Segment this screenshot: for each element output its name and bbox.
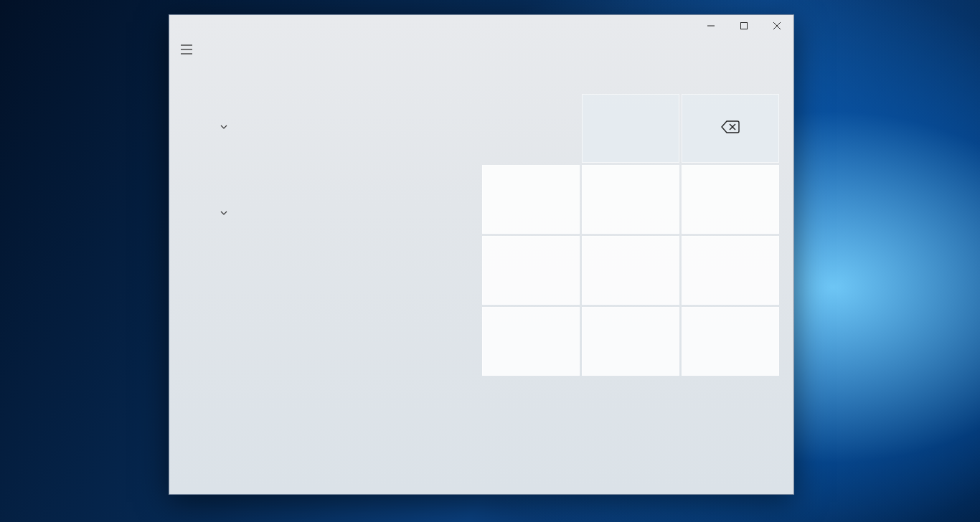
key-5[interactable]: [582, 236, 679, 305]
calculator-window: [169, 14, 794, 495]
from-currency-select[interactable]: [215, 121, 482, 130]
key-8[interactable]: [582, 165, 679, 234]
keypad: [482, 65, 783, 483]
backspace-icon: [721, 120, 740, 137]
key-9[interactable]: [682, 165, 779, 234]
conversion-pane: [184, 65, 482, 483]
title-bar: [169, 15, 793, 37]
key-2[interactable]: [582, 307, 679, 376]
content-body: [169, 65, 793, 494]
key-7[interactable]: [482, 165, 580, 234]
to-currency-select[interactable]: [215, 207, 482, 216]
maximize-button[interactable]: [727, 15, 760, 37]
svg-rect-1: [741, 23, 748, 29]
key-4[interactable]: [482, 236, 580, 305]
key-backspace[interactable]: [682, 94, 779, 163]
chevron-down-icon: [220, 121, 228, 130]
minimize-button[interactable]: [694, 15, 727, 37]
key-1[interactable]: [482, 307, 580, 376]
menu-icon[interactable]: [179, 42, 194, 57]
header: [169, 37, 793, 65]
close-button[interactable]: [760, 15, 793, 37]
chevron-down-icon: [220, 207, 228, 216]
key-empty: [482, 94, 580, 163]
key-clear-entry[interactable]: [582, 94, 679, 163]
key-6[interactable]: [682, 236, 779, 305]
desktop-background: [0, 0, 980, 522]
key-3[interactable]: [682, 307, 779, 376]
